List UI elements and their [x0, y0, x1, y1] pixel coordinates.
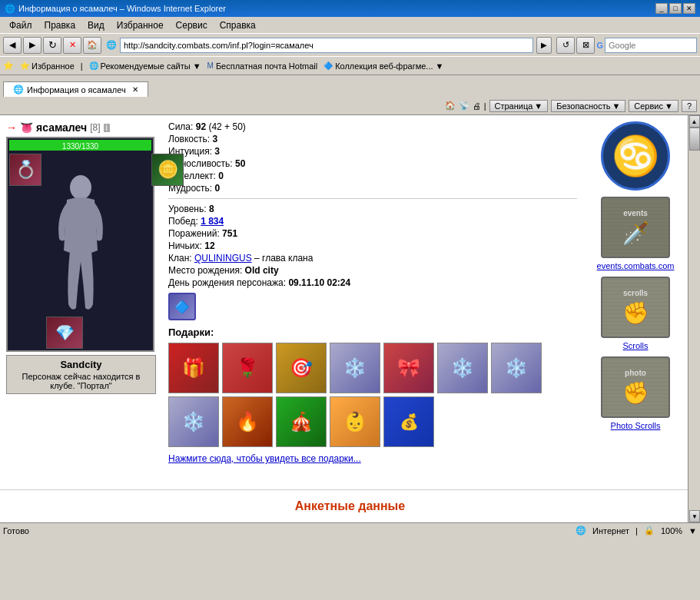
- photo-scrolls-banner[interactable]: photo ✊: [601, 356, 670, 418]
- strength-value: 92: [196, 121, 206, 132]
- intellect-value: 0: [218, 171, 224, 181]
- service-button[interactable]: Сервис ▼: [629, 100, 678, 112]
- recommended-sites-link[interactable]: 🌐 Рекомендуемые сайты ▼: [89, 61, 201, 71]
- scrolls-link[interactable]: Scrolls: [622, 341, 648, 350]
- feed-icon: 📡: [459, 101, 469, 111]
- endurance-value: 50: [235, 158, 245, 169]
- equip-slot-b1[interactable]: 💎: [46, 317, 83, 349]
- gift-item[interactable]: 🎪: [276, 396, 327, 447]
- clan-link[interactable]: QULININGUS: [194, 253, 252, 264]
- window-title: Информация о ясамалеч – Windows Internet…: [18, 4, 226, 13]
- tab-close-icon[interactable]: ✕: [132, 85, 138, 94]
- stat-wisdom: Мудрость: 0: [168, 183, 577, 194]
- scrolls-banner[interactable]: scrolls ✊: [601, 277, 670, 338]
- menu-view[interactable]: Вид: [81, 18, 111, 32]
- active-tab[interactable]: 🌐 Информация о ясамалеч ✕: [3, 81, 148, 97]
- address-bar: 🌐 ▶: [106, 37, 552, 54]
- location-desc: Персонаж сейчас находится в клубе. "Порт…: [10, 372, 152, 390]
- photo-scrolls-link[interactable]: Photo Scrolls: [611, 421, 661, 430]
- favorites-link[interactable]: ⭐ Избранное: [20, 61, 75, 71]
- show-all-gifts-link[interactable]: Нажмите сюда, чтобы увидеть все подарки.…: [168, 453, 577, 464]
- stat-intuition: Интуиция: 3: [168, 146, 577, 157]
- menu-edit[interactable]: Правка: [38, 18, 82, 32]
- anketa-label: Анкетные данные: [295, 499, 405, 512]
- star-icon: ⭐: [3, 61, 14, 71]
- zoom-dropdown-icon[interactable]: ▼: [688, 526, 697, 535]
- intuition-value: 3: [214, 146, 220, 157]
- stat-birthplace: Место рождения: Old city: [168, 265, 577, 276]
- address-input[interactable]: [120, 38, 533, 53]
- svg-point-0: [70, 175, 91, 200]
- zoom-level: 100%: [661, 526, 682, 535]
- char-frame: 1330/1330 VIII 🎩 💎 VIII ⚔️: [6, 137, 154, 352]
- gift-item[interactable]: 🎯: [276, 343, 327, 393]
- equip-slot-r6[interactable]: 🪙: [151, 154, 184, 186]
- close-button[interactable]: ✕: [683, 3, 695, 14]
- hp-text: 1330/1330: [9, 141, 151, 152]
- stop-button[interactable]: ✕: [63, 37, 81, 54]
- char-panel: → 👅 ясамалеч [8] i 1330/1330 VI: [6, 121, 156, 483]
- events-banner-wrap: events 🗡️ events.combats.com: [597, 197, 674, 270]
- photo-scrolls-banner-wrap: photo ✊ Photo Scrolls: [597, 356, 674, 430]
- gift-item[interactable]: 💰: [383, 396, 434, 447]
- restore-button[interactable]: □: [669, 3, 682, 14]
- menu-tools[interactable]: Сервис: [170, 18, 214, 32]
- minimize-button[interactable]: _: [655, 3, 668, 14]
- clan-role: – глава клана: [254, 253, 313, 264]
- zodiac-badge: ♋: [601, 121, 670, 191]
- wins-link[interactable]: 1 834: [201, 216, 224, 227]
- forward-button[interactable]: ▶: [23, 37, 41, 54]
- refresh-button[interactable]: ↻: [43, 37, 61, 54]
- char-location-box: Sandcity Персонаж сейчас находится в клу…: [6, 355, 156, 394]
- gift-item[interactable]: 🎀: [383, 343, 434, 393]
- stat-intellect: Интеллект: 0: [168, 171, 577, 181]
- status-right: 🌐 Интернет | 🔒 100% ▼: [576, 525, 697, 535]
- guild-badge-area: 🔷: [168, 293, 577, 320]
- toolbar: ◀ ▶ ↻ ✕ 🏠 🌐 ▶ ↺ ⊠ G: [0, 34, 700, 57]
- gift-item[interactable]: 👶: [330, 396, 380, 447]
- menu-favorites[interactable]: Избранное: [111, 18, 170, 32]
- home-nav-icon: 🏠: [445, 101, 456, 111]
- birthday-value: 09.11.10 02:24: [288, 277, 350, 288]
- page-content: ▲ ▼ → 👅 ясамалеч [8] i 1330/1330: [0, 115, 700, 522]
- gift-item[interactable]: 🔥: [222, 396, 273, 447]
- page-button[interactable]: Страница ▼: [489, 100, 549, 112]
- stat-agility: Ловкость: 3: [168, 134, 577, 144]
- hotmail-link[interactable]: M Бесплатная почта Hotmail: [207, 61, 318, 71]
- info-icon[interactable]: i: [104, 124, 110, 132]
- page-refresh-button[interactable]: ↺: [556, 37, 575, 54]
- gift-item[interactable]: ❄️: [437, 343, 488, 393]
- lock-icon: 🔒: [644, 525, 655, 535]
- security-button[interactable]: Безопасность ▼: [551, 100, 625, 112]
- menu-bar: Файл Правка Вид Избранное Сервис Справка: [0, 17, 700, 34]
- events-banner[interactable]: events 🗡️: [601, 197, 670, 258]
- home-button[interactable]: 🏠: [83, 37, 101, 54]
- status-bar: Готово 🌐 Интернет | 🔒 100% ▼: [0, 522, 700, 538]
- menu-help[interactable]: Справка: [214, 18, 262, 32]
- web-fragments-link[interactable]: 🔷 Коллекция веб-фрагме... ▼: [323, 61, 443, 71]
- back-button[interactable]: ◀: [3, 37, 22, 54]
- events-link[interactable]: events.combats.com: [597, 261, 675, 270]
- gift-item[interactable]: ❄️: [491, 343, 542, 393]
- equip-slot-ring[interactable]: 💍: [9, 154, 41, 186]
- help-button[interactable]: ?: [682, 100, 697, 112]
- birthplace-value: Old city: [245, 265, 279, 276]
- stat-losses: Поражений: 751: [168, 228, 577, 239]
- status-text: Готово: [3, 526, 576, 535]
- gift-item[interactable]: 🌹: [222, 343, 273, 393]
- guild-badge[interactable]: 🔷: [168, 293, 196, 320]
- gifts-grid: 🎁 🌹 🎯 ❄️ 🎀 ❄️ ❄️ ❄️ 🔥 🎪 👶 💰: [168, 343, 577, 447]
- menu-file[interactable]: Файл: [3, 18, 38, 32]
- go-button[interactable]: ▶: [536, 37, 552, 54]
- hp-bar-container: 1330/1330: [9, 140, 151, 151]
- char-level: [8]: [90, 122, 100, 133]
- stop-button2[interactable]: ⊠: [576, 37, 595, 54]
- internet-zone-label: Интернет: [592, 526, 629, 535]
- agility-value: 3: [212, 134, 217, 144]
- gift-item[interactable]: ❄️: [168, 396, 219, 447]
- anketa-section: Анкетные данные: [0, 489, 700, 522]
- search-input[interactable]: [605, 38, 697, 53]
- stats-panel: Сила: 92 (42 + 50) Ловкость: 3 Интуиция:…: [162, 121, 583, 483]
- gift-item[interactable]: ❄️: [330, 343, 380, 393]
- gift-item[interactable]: 🎁: [168, 343, 219, 393]
